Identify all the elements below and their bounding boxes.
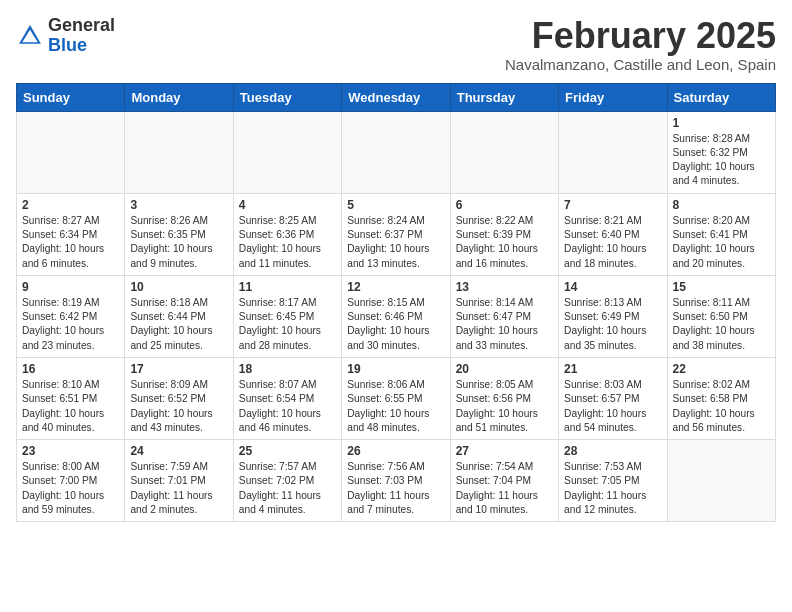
- calendar-cell: 15Sunrise: 8:11 AM Sunset: 6:50 PM Dayli…: [667, 275, 775, 357]
- day-number: 19: [347, 362, 444, 376]
- day-info: Sunrise: 8:20 AM Sunset: 6:41 PM Dayligh…: [673, 214, 770, 271]
- day-info: Sunrise: 8:25 AM Sunset: 6:36 PM Dayligh…: [239, 214, 336, 271]
- weekday-header-thursday: Thursday: [450, 83, 558, 111]
- day-info: Sunrise: 8:02 AM Sunset: 6:58 PM Dayligh…: [673, 378, 770, 435]
- day-info: Sunrise: 8:18 AM Sunset: 6:44 PM Dayligh…: [130, 296, 227, 353]
- day-number: 7: [564, 198, 661, 212]
- calendar-cell: 16Sunrise: 8:10 AM Sunset: 6:51 PM Dayli…: [17, 357, 125, 439]
- calendar-cell: 25Sunrise: 7:57 AM Sunset: 7:02 PM Dayli…: [233, 440, 341, 522]
- day-number: 27: [456, 444, 553, 458]
- day-info: Sunrise: 8:11 AM Sunset: 6:50 PM Dayligh…: [673, 296, 770, 353]
- day-info: Sunrise: 8:17 AM Sunset: 6:45 PM Dayligh…: [239, 296, 336, 353]
- calendar-cell: 12Sunrise: 8:15 AM Sunset: 6:46 PM Dayli…: [342, 275, 450, 357]
- day-number: 13: [456, 280, 553, 294]
- day-number: 17: [130, 362, 227, 376]
- calendar-cell: 21Sunrise: 8:03 AM Sunset: 6:57 PM Dayli…: [559, 357, 667, 439]
- calendar-cell: 10Sunrise: 8:18 AM Sunset: 6:44 PM Dayli…: [125, 275, 233, 357]
- calendar-cell: 26Sunrise: 7:56 AM Sunset: 7:03 PM Dayli…: [342, 440, 450, 522]
- weekday-header-row: SundayMondayTuesdayWednesdayThursdayFrid…: [17, 83, 776, 111]
- day-info: Sunrise: 8:09 AM Sunset: 6:52 PM Dayligh…: [130, 378, 227, 435]
- calendar-cell: 3Sunrise: 8:26 AM Sunset: 6:35 PM Daylig…: [125, 193, 233, 275]
- week-row-3: 9Sunrise: 8:19 AM Sunset: 6:42 PM Daylig…: [17, 275, 776, 357]
- calendar-cell: 17Sunrise: 8:09 AM Sunset: 6:52 PM Dayli…: [125, 357, 233, 439]
- day-number: 26: [347, 444, 444, 458]
- day-info: Sunrise: 8:07 AM Sunset: 6:54 PM Dayligh…: [239, 378, 336, 435]
- day-number: 23: [22, 444, 119, 458]
- day-number: 5: [347, 198, 444, 212]
- day-info: Sunrise: 8:10 AM Sunset: 6:51 PM Dayligh…: [22, 378, 119, 435]
- calendar-cell: 4Sunrise: 8:25 AM Sunset: 6:36 PM Daylig…: [233, 193, 341, 275]
- calendar-cell: 5Sunrise: 8:24 AM Sunset: 6:37 PM Daylig…: [342, 193, 450, 275]
- day-number: 3: [130, 198, 227, 212]
- calendar-cell: 19Sunrise: 8:06 AM Sunset: 6:55 PM Dayli…: [342, 357, 450, 439]
- weekday-header-sunday: Sunday: [17, 83, 125, 111]
- calendar-cell: 2Sunrise: 8:27 AM Sunset: 6:34 PM Daylig…: [17, 193, 125, 275]
- day-info: Sunrise: 8:28 AM Sunset: 6:32 PM Dayligh…: [673, 132, 770, 189]
- page-header: General Blue February 2025 Navalmanzano,…: [16, 16, 776, 73]
- day-number: 2: [22, 198, 119, 212]
- calendar-cell: 7Sunrise: 8:21 AM Sunset: 6:40 PM Daylig…: [559, 193, 667, 275]
- calendar-cell: 18Sunrise: 8:07 AM Sunset: 6:54 PM Dayli…: [233, 357, 341, 439]
- calendar-cell: 6Sunrise: 8:22 AM Sunset: 6:39 PM Daylig…: [450, 193, 558, 275]
- calendar-cell: 1Sunrise: 8:28 AM Sunset: 6:32 PM Daylig…: [667, 111, 775, 193]
- calendar-cell: 23Sunrise: 8:00 AM Sunset: 7:00 PM Dayli…: [17, 440, 125, 522]
- day-info: Sunrise: 8:22 AM Sunset: 6:39 PM Dayligh…: [456, 214, 553, 271]
- calendar-cell: 13Sunrise: 8:14 AM Sunset: 6:47 PM Dayli…: [450, 275, 558, 357]
- day-info: Sunrise: 8:15 AM Sunset: 6:46 PM Dayligh…: [347, 296, 444, 353]
- logo-blue-text: Blue: [48, 36, 115, 56]
- calendar-cell: 14Sunrise: 8:13 AM Sunset: 6:49 PM Dayli…: [559, 275, 667, 357]
- calendar-cell: 20Sunrise: 8:05 AM Sunset: 6:56 PM Dayli…: [450, 357, 558, 439]
- location-text: Navalmanzano, Castille and Leon, Spain: [505, 56, 776, 73]
- day-info: Sunrise: 8:26 AM Sunset: 6:35 PM Dayligh…: [130, 214, 227, 271]
- calendar-cell: 8Sunrise: 8:20 AM Sunset: 6:41 PM Daylig…: [667, 193, 775, 275]
- logo-general-text: General: [48, 16, 115, 36]
- day-number: 6: [456, 198, 553, 212]
- weekday-header-tuesday: Tuesday: [233, 83, 341, 111]
- day-info: Sunrise: 7:59 AM Sunset: 7:01 PM Dayligh…: [130, 460, 227, 517]
- day-number: 21: [564, 362, 661, 376]
- day-info: Sunrise: 8:24 AM Sunset: 6:37 PM Dayligh…: [347, 214, 444, 271]
- day-info: Sunrise: 7:57 AM Sunset: 7:02 PM Dayligh…: [239, 460, 336, 517]
- calendar-cell: 28Sunrise: 7:53 AM Sunset: 7:05 PM Dayli…: [559, 440, 667, 522]
- calendar-cell: [342, 111, 450, 193]
- weekday-header-monday: Monday: [125, 83, 233, 111]
- calendar-cell: 11Sunrise: 8:17 AM Sunset: 6:45 PM Dayli…: [233, 275, 341, 357]
- calendar-cell: 22Sunrise: 8:02 AM Sunset: 6:58 PM Dayli…: [667, 357, 775, 439]
- day-info: Sunrise: 7:53 AM Sunset: 7:05 PM Dayligh…: [564, 460, 661, 517]
- day-number: 10: [130, 280, 227, 294]
- calendar-cell: [559, 111, 667, 193]
- calendar-cell: [667, 440, 775, 522]
- day-number: 20: [456, 362, 553, 376]
- day-number: 16: [22, 362, 119, 376]
- day-number: 9: [22, 280, 119, 294]
- day-number: 14: [564, 280, 661, 294]
- day-number: 22: [673, 362, 770, 376]
- calendar-cell: [125, 111, 233, 193]
- logo-icon: [16, 22, 44, 50]
- weekday-header-saturday: Saturday: [667, 83, 775, 111]
- day-number: 11: [239, 280, 336, 294]
- day-number: 1: [673, 116, 770, 130]
- calendar-cell: [17, 111, 125, 193]
- week-row-2: 2Sunrise: 8:27 AM Sunset: 6:34 PM Daylig…: [17, 193, 776, 275]
- week-row-1: 1Sunrise: 8:28 AM Sunset: 6:32 PM Daylig…: [17, 111, 776, 193]
- day-info: Sunrise: 8:06 AM Sunset: 6:55 PM Dayligh…: [347, 378, 444, 435]
- calendar-cell: [450, 111, 558, 193]
- calendar-table: SundayMondayTuesdayWednesdayThursdayFrid…: [16, 83, 776, 523]
- weekday-header-wednesday: Wednesday: [342, 83, 450, 111]
- calendar-cell: 24Sunrise: 7:59 AM Sunset: 7:01 PM Dayli…: [125, 440, 233, 522]
- week-row-5: 23Sunrise: 8:00 AM Sunset: 7:00 PM Dayli…: [17, 440, 776, 522]
- day-number: 18: [239, 362, 336, 376]
- day-info: Sunrise: 8:03 AM Sunset: 6:57 PM Dayligh…: [564, 378, 661, 435]
- title-area: February 2025 Navalmanzano, Castille and…: [505, 16, 776, 73]
- day-info: Sunrise: 8:21 AM Sunset: 6:40 PM Dayligh…: [564, 214, 661, 271]
- logo-text: General Blue: [48, 16, 115, 56]
- month-title: February 2025: [505, 16, 776, 56]
- calendar-cell: [233, 111, 341, 193]
- day-info: Sunrise: 8:05 AM Sunset: 6:56 PM Dayligh…: [456, 378, 553, 435]
- day-number: 24: [130, 444, 227, 458]
- day-info: Sunrise: 8:27 AM Sunset: 6:34 PM Dayligh…: [22, 214, 119, 271]
- weekday-header-friday: Friday: [559, 83, 667, 111]
- day-number: 15: [673, 280, 770, 294]
- calendar-cell: 27Sunrise: 7:54 AM Sunset: 7:04 PM Dayli…: [450, 440, 558, 522]
